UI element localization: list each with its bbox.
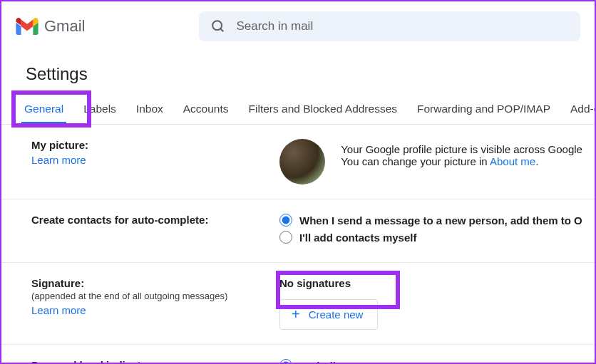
row-signature: Signature: (appended at the end of all o… — [1, 263, 595, 345]
plus-icon: + — [292, 306, 300, 323]
settings-tabs: General Labels Inbox Accounts Filters an… — [1, 95, 595, 125]
row-left: My picture: Learn more — [31, 139, 279, 184]
radio-contacts-manual[interactable] — [279, 231, 292, 244]
settings-body: My picture: Learn more Your Google profi… — [1, 125, 595, 364]
radio-row: I'll add contacts myself — [279, 231, 595, 244]
indicators-label: Personal level indicators: — [31, 359, 279, 364]
gmail-logo-icon — [16, 18, 38, 35]
about-me-link[interactable]: About me — [490, 155, 535, 167]
search-icon — [210, 19, 226, 34]
my-picture-label: My picture: — [31, 139, 279, 151]
radio-label: When I send a message to a new person, a… — [299, 214, 582, 227]
create-new-label: Create new — [309, 308, 364, 321]
svg-line-1 — [221, 28, 224, 31]
tab-filters[interactable]: Filters and Blocked Addresses — [239, 95, 408, 124]
row-left: Signature: (appended at the end of all o… — [31, 277, 279, 330]
create-new-button[interactable]: + Create new — [279, 299, 378, 330]
row-right: No indicators Show indicators - Display … — [279, 359, 595, 364]
row-right: No signatures + Create new — [279, 277, 595, 330]
tab-labels[interactable]: Labels — [73, 95, 126, 124]
radio-row: When I send a message to a new person, a… — [279, 214, 595, 227]
learn-more-link[interactable]: Learn more — [31, 304, 86, 316]
tab-addons[interactable]: Add-o — [560, 95, 596, 124]
page-title: Settings — [1, 51, 595, 95]
row-right: Your Google profile picture is visible a… — [279, 139, 595, 184]
radio-no-indicators[interactable] — [279, 359, 292, 364]
radio-label: No indicators — [299, 360, 368, 365]
logo-area[interactable]: Gmail — [16, 17, 85, 36]
avatar[interactable] — [279, 139, 325, 184]
no-signatures-text: No signatures — [279, 277, 595, 289]
learn-more-link[interactable]: Learn more — [31, 154, 86, 166]
search-bar[interactable] — [199, 11, 580, 41]
row-left: Personal level indicators: — [31, 359, 279, 364]
signature-label: Signature: — [31, 277, 279, 289]
tab-inbox[interactable]: Inbox — [126, 95, 173, 124]
picture-description: Your Google profile picture is visible a… — [341, 139, 582, 167]
tab-general[interactable]: General — [14, 95, 73, 124]
radio-contacts-auto[interactable] — [279, 214, 292, 227]
row-indicators: Personal level indicators: No indicators… — [1, 345, 595, 364]
signature-sublabel: (appended at the end of all outgoing mes… — [31, 291, 279, 301]
row-auto-complete: Create contacts for auto-complete: When … — [1, 199, 595, 263]
app-name: Gmail — [44, 17, 85, 36]
app-header: Gmail — [1, 1, 595, 51]
search-input[interactable] — [236, 19, 569, 33]
svg-point-0 — [213, 21, 222, 30]
radio-row: No indicators — [279, 359, 595, 364]
tab-forwarding[interactable]: Forwarding and POP/IMAP — [407, 95, 560, 124]
radio-label: I'll add contacts myself — [299, 232, 416, 244]
contacts-label: Create contacts for auto-complete: — [31, 214, 279, 226]
row-right: When I send a message to a new person, a… — [279, 214, 595, 248]
row-left: Create contacts for auto-complete: — [31, 214, 279, 248]
row-my-picture: My picture: Learn more Your Google profi… — [1, 125, 595, 199]
tab-accounts[interactable]: Accounts — [173, 95, 239, 124]
